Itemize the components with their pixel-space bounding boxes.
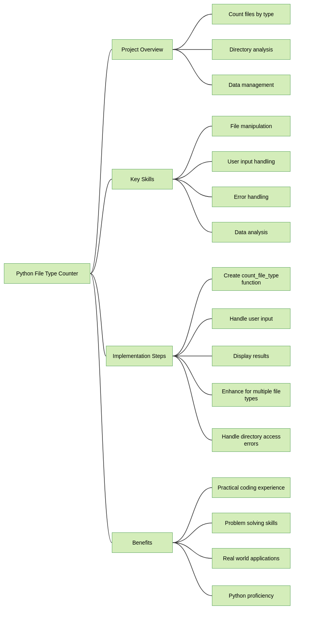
node-problem_solving: Problem solving skills: [212, 513, 290, 533]
node-handle_directory: Handle directory access errors: [212, 428, 290, 452]
node-practical_coding: Practical coding experience: [212, 477, 290, 498]
node-project_overview: Project Overview: [112, 39, 173, 60]
node-handle_user_input: Handle user input: [212, 308, 290, 329]
node-implementation_steps: Implementation Steps: [106, 346, 173, 366]
node-directory_analysis: Directory analysis: [212, 39, 290, 60]
node-real_world: Real world applications: [212, 548, 290, 569]
node-count_files: Count files by type: [212, 4, 290, 24]
node-python_proficiency: Python proficiency: [212, 585, 290, 606]
node-key_skills: Key Skills: [112, 169, 173, 189]
node-data_management: Data management: [212, 75, 290, 95]
node-enhance_multiple: Enhance for multiple file types: [212, 383, 290, 407]
node-benefits: Benefits: [112, 532, 173, 553]
node-display_results: Display results: [212, 346, 290, 366]
node-user_input_handling: User input handling: [212, 151, 290, 172]
node-file_manipulation: File manipulation: [212, 116, 290, 136]
node-error_handling: Error handling: [212, 187, 290, 207]
node-root: Python File Type Counter: [4, 263, 90, 284]
node-create_function: Create count_file_type function: [212, 267, 290, 291]
node-data_analysis: Data analysis: [212, 222, 290, 242]
